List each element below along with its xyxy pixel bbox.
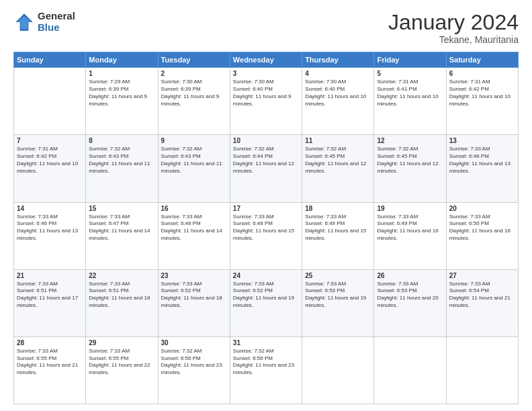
cell-info: Sunrise: 7:33 AMSunset: 6:48 PMDaylight:… — [161, 214, 227, 242]
table-row: 27Sunrise: 7:33 AMSunset: 6:54 PMDayligh… — [446, 269, 518, 336]
table-row: 26Sunrise: 7:33 AMSunset: 6:53 PMDayligh… — [374, 269, 446, 336]
table-row: 3Sunrise: 7:30 AMSunset: 6:40 PMDaylight… — [230, 68, 302, 135]
logo-blue-text: Blue — [38, 22, 75, 34]
cell-info: Sunrise: 7:32 AMSunset: 6:44 PMDaylight:… — [233, 146, 299, 175]
day-number: 16 — [161, 205, 227, 212]
cell-info: Sunrise: 7:33 AMSunset: 6:55 PMDaylight:… — [89, 348, 154, 377]
col-monday: Monday — [86, 52, 158, 68]
header-row: Sunday Monday Tuesday Wednesday Thursday… — [14, 52, 519, 68]
cell-info: Sunrise: 7:33 AMSunset: 6:55 PMDaylight:… — [17, 348, 83, 377]
day-number: 30 — [161, 339, 227, 347]
table-row: 22Sunrise: 7:33 AMSunset: 6:51 PMDayligh… — [86, 269, 158, 336]
day-number: 7 — [17, 137, 83, 144]
table-row: 4Sunrise: 7:30 AMSunset: 6:40 PMDaylight… — [302, 68, 374, 135]
day-number: 28 — [17, 339, 83, 347]
day-number: 4 — [305, 70, 371, 77]
day-number: 22 — [89, 272, 154, 279]
day-number: 31 — [233, 339, 299, 347]
table-row: 25Sunrise: 7:33 AMSunset: 6:53 PMDayligh… — [302, 269, 374, 336]
page: General Blue January 2024 Tekane, Maurit… — [0, 0, 532, 411]
cell-info: Sunrise: 7:31 AMSunset: 6:42 PMDaylight:… — [17, 146, 83, 175]
table-row: 7Sunrise: 7:31 AMSunset: 6:42 PMDaylight… — [14, 135, 86, 202]
day-number: 6 — [449, 70, 515, 77]
col-saturday: Saturday — [446, 52, 518, 68]
table-row: 10Sunrise: 7:32 AMSunset: 6:44 PMDayligh… — [230, 135, 302, 202]
calendar-location: Tekane, Mauritania — [388, 34, 519, 45]
table-row: 19Sunrise: 7:33 AMSunset: 6:49 PMDayligh… — [374, 202, 446, 269]
logo-general-text: General — [38, 11, 75, 22]
cell-info: Sunrise: 7:31 AMSunset: 6:41 PMDaylight:… — [377, 79, 443, 107]
day-number: 10 — [233, 137, 299, 144]
table-row: 1Sunrise: 7:29 AMSunset: 6:39 PMDaylight… — [86, 68, 158, 135]
cell-info: Sunrise: 7:30 AMSunset: 6:39 PMDaylight:… — [161, 79, 227, 107]
table-row: 31Sunrise: 7:32 AMSunset: 6:56 PMDayligh… — [230, 336, 302, 404]
cell-info: Sunrise: 7:33 AMSunset: 6:49 PMDaylight:… — [377, 214, 443, 242]
table-row: 20Sunrise: 7:33 AMSunset: 6:50 PMDayligh… — [446, 202, 518, 269]
day-number: 1 — [89, 70, 154, 77]
cell-info: Sunrise: 7:30 AMSunset: 6:40 PMDaylight:… — [233, 79, 299, 107]
cell-info: Sunrise: 7:33 AMSunset: 6:46 PMDaylight:… — [17, 214, 83, 242]
day-number: 15 — [89, 205, 154, 212]
table-row: 11Sunrise: 7:32 AMSunset: 6:45 PMDayligh… — [302, 135, 374, 202]
day-number: 19 — [377, 205, 443, 212]
day-number: 27 — [449, 272, 515, 279]
cell-info: Sunrise: 7:33 AMSunset: 6:46 PMDaylight:… — [449, 146, 515, 175]
day-number: 26 — [377, 272, 443, 279]
table-row: 5Sunrise: 7:31 AMSunset: 6:41 PMDaylight… — [374, 68, 446, 135]
col-tuesday: Tuesday — [158, 52, 230, 68]
title-block: January 2024 Tekane, Mauritania — [388, 11, 519, 45]
day-number: 9 — [161, 137, 227, 144]
day-number: 18 — [305, 205, 371, 212]
table-row — [374, 336, 446, 404]
logo-text: General Blue — [38, 11, 75, 33]
table-row: 8Sunrise: 7:32 AMSunset: 6:43 PMDaylight… — [86, 135, 158, 202]
logo: General Blue — [13, 11, 75, 33]
col-friday: Friday — [374, 52, 446, 68]
table-row: 14Sunrise: 7:33 AMSunset: 6:46 PMDayligh… — [14, 202, 86, 269]
header: General Blue January 2024 Tekane, Maurit… — [13, 11, 519, 45]
table-row: 15Sunrise: 7:33 AMSunset: 6:47 PMDayligh… — [86, 202, 158, 269]
day-number: 29 — [89, 339, 154, 347]
day-number: 11 — [305, 137, 371, 144]
day-number: 2 — [161, 70, 227, 77]
col-wednesday: Wednesday — [230, 52, 302, 68]
day-number: 12 — [377, 137, 443, 144]
col-thursday: Thursday — [302, 52, 374, 68]
day-number: 13 — [449, 137, 515, 144]
cell-info: Sunrise: 7:33 AMSunset: 6:53 PMDaylight:… — [377, 281, 443, 310]
day-number: 20 — [449, 205, 515, 212]
day-number: 24 — [233, 272, 299, 279]
table-row: 28Sunrise: 7:33 AMSunset: 6:55 PMDayligh… — [14, 336, 86, 404]
table-row: 2Sunrise: 7:30 AMSunset: 6:39 PMDaylight… — [158, 68, 230, 135]
cell-info: Sunrise: 7:33 AMSunset: 6:54 PMDaylight:… — [449, 281, 515, 310]
table-row: 6Sunrise: 7:31 AMSunset: 6:42 PMDaylight… — [446, 68, 518, 135]
logo-icon — [13, 11, 35, 33]
svg-marker-1 — [17, 15, 32, 29]
table-row: 13Sunrise: 7:33 AMSunset: 6:46 PMDayligh… — [446, 135, 518, 202]
cell-info: Sunrise: 7:33 AMSunset: 6:51 PMDaylight:… — [17, 281, 83, 310]
calendar-table: Sunday Monday Tuesday Wednesday Thursday… — [13, 52, 519, 404]
col-sunday: Sunday — [14, 52, 86, 68]
day-number: 17 — [233, 205, 299, 212]
cell-info: Sunrise: 7:33 AMSunset: 6:52 PMDaylight:… — [161, 281, 227, 310]
day-number: 3 — [233, 70, 299, 77]
table-row: 29Sunrise: 7:33 AMSunset: 6:55 PMDayligh… — [86, 336, 158, 404]
cell-info: Sunrise: 7:32 AMSunset: 6:45 PMDaylight:… — [305, 146, 371, 175]
cell-info: Sunrise: 7:30 AMSunset: 6:40 PMDaylight:… — [305, 79, 371, 107]
calendar-title: January 2024 — [388, 11, 519, 34]
cell-info: Sunrise: 7:33 AMSunset: 6:53 PMDaylight:… — [305, 281, 371, 310]
cell-info: Sunrise: 7:33 AMSunset: 6:48 PMDaylight:… — [233, 214, 299, 242]
table-row: 18Sunrise: 7:33 AMSunset: 6:49 PMDayligh… — [302, 202, 374, 269]
day-number: 21 — [17, 272, 83, 279]
cell-info: Sunrise: 7:33 AMSunset: 6:47 PMDaylight:… — [89, 214, 154, 242]
table-row — [446, 336, 518, 404]
day-number: 25 — [305, 272, 371, 279]
cell-info: Sunrise: 7:32 AMSunset: 6:45 PMDaylight:… — [377, 146, 443, 175]
cell-info: Sunrise: 7:31 AMSunset: 6:42 PMDaylight:… — [449, 79, 515, 107]
table-row: 17Sunrise: 7:33 AMSunset: 6:48 PMDayligh… — [230, 202, 302, 269]
cell-info: Sunrise: 7:32 AMSunset: 6:43 PMDaylight:… — [89, 146, 154, 175]
cell-info: Sunrise: 7:32 AMSunset: 6:43 PMDaylight:… — [161, 146, 227, 175]
cell-info: Sunrise: 7:33 AMSunset: 6:52 PMDaylight:… — [233, 281, 299, 310]
cell-info: Sunrise: 7:29 AMSunset: 6:39 PMDaylight:… — [89, 79, 154, 107]
table-row: 21Sunrise: 7:33 AMSunset: 6:51 PMDayligh… — [14, 269, 86, 336]
